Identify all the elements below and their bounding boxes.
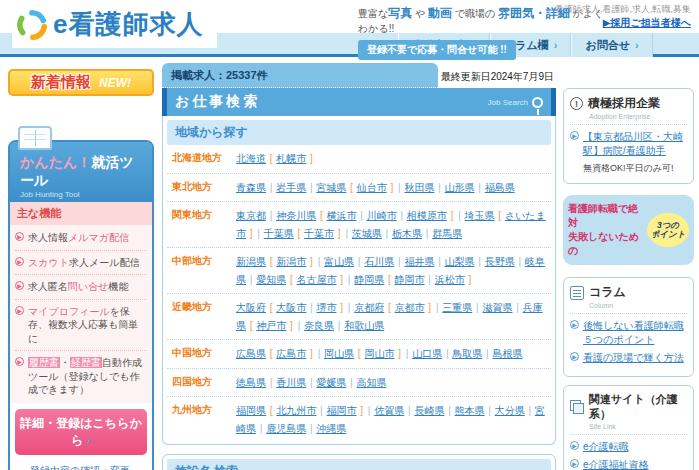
prefecture-link[interactable]: 大阪府 — [236, 302, 266, 313]
prefecture-link[interactable]: 大阪市 — [276, 302, 306, 313]
prefecture-link[interactable]: 鳥取県 — [452, 348, 482, 359]
separator: | — [357, 210, 367, 221]
prefecture-link[interactable]: 島根県 — [492, 348, 522, 359]
prefecture-link[interactable]: 名古屋市 — [297, 274, 337, 285]
prefecture-link[interactable]: 京都市 — [395, 302, 425, 313]
prefecture-link[interactable]: 福岡県 — [236, 405, 266, 416]
site-link[interactable]: ▶e介護転職 — [570, 440, 687, 454]
site-logo[interactable]: e看護師求人 — [12, 4, 217, 48]
prefecture-link[interactable]: 仙台市 — [357, 182, 387, 193]
facility-search-header: 施設名 検索 — [167, 459, 551, 470]
prefecture-link[interactable]: 秋田県 — [404, 182, 434, 193]
prefecture-link[interactable]: 大分県 — [495, 405, 525, 416]
bracket: ] — [425, 302, 435, 313]
prefecture-link[interactable]: 新潟市 — [276, 256, 306, 267]
register-button[interactable]: 詳細・登録はこちらから › — [15, 409, 147, 455]
prefecture-link[interactable]: 鹿児島県 — [266, 423, 306, 434]
prefecture-link[interactable]: 三重県 — [442, 302, 472, 313]
prefecture-link[interactable]: 沖縄県 — [316, 423, 346, 434]
account-link[interactable]: → 登録内容の確認・変更 — [17, 464, 145, 470]
column-link[interactable]: ▶看護の現場で輝く方法 — [570, 351, 687, 365]
prefecture-link[interactable]: 千葉市 — [304, 228, 334, 239]
prefecture-link[interactable]: 岡山県 — [324, 348, 354, 359]
separator: | — [475, 256, 485, 267]
prefecture-link[interactable]: 福井県 — [404, 256, 434, 267]
prefecture-link[interactable]: 石川県 — [364, 256, 394, 267]
prefecture-link[interactable]: 札幌市 — [276, 153, 306, 164]
tool-subtitle: Job Hunting Tool — [20, 190, 144, 199]
feature-item: ▶マイプロフィールを保存、複数求人応募も簡単に — [15, 300, 147, 352]
features-header: 主な機能 — [10, 202, 152, 225]
prefecture-link[interactable]: 東京都 — [236, 210, 266, 221]
prefecture-link[interactable]: 広島県 — [236, 348, 266, 359]
feature-item: ▶スカウト求人メール配信 — [15, 251, 147, 276]
prefecture-link[interactable]: 栃木県 — [392, 228, 422, 239]
prefecture-link[interactable]: 香川県 — [276, 377, 306, 388]
region-label: 四国地方 — [172, 374, 236, 392]
prefecture-link[interactable]: 長野県 — [485, 256, 515, 267]
prefecture-link[interactable]: 千葉県 — [264, 228, 294, 239]
prefecture-link[interactable]: 広島市 — [276, 348, 306, 359]
prefecture-link[interactable]: 茨城県 — [352, 228, 382, 239]
separator: | — [306, 302, 316, 313]
feature-text: 機能 — [108, 281, 128, 292]
separator: | — [306, 182, 316, 193]
prefecture-link[interactable]: 静岡県 — [354, 274, 384, 285]
prefecture-link[interactable]: 佐賀県 — [374, 405, 404, 416]
region-label: 関東地方 — [172, 207, 236, 242]
prefecture-link[interactable]: 青森県 — [236, 182, 266, 193]
prefecture-link[interactable]: 岡山市 — [364, 348, 394, 359]
column-link[interactable]: ▶後悔しない看護師転職５つのポイント — [570, 319, 687, 346]
prefecture-link[interactable]: 京都府 — [354, 302, 384, 313]
prefecture-link[interactable]: 山口県 — [412, 348, 442, 359]
bracket: ] — [306, 348, 316, 359]
prefecture-link[interactable]: 北九州市 — [276, 405, 316, 416]
site-link[interactable]: ▶e介護福祉資格 — [570, 458, 687, 470]
prefecture-link[interactable]: 富山県 — [324, 256, 354, 267]
prefecture-link[interactable]: 川崎市 — [367, 210, 397, 221]
prefecture-link[interactable]: 徳島県 — [236, 377, 266, 388]
separator: | — [256, 228, 263, 239]
prefecture-link[interactable]: 堺市 — [317, 302, 337, 313]
prefecture-link[interactable]: 山形県 — [445, 182, 475, 193]
document-icon — [570, 286, 584, 300]
prefecture-link[interactable]: 相模原市 — [407, 210, 447, 221]
prefecture-link[interactable]: 神戸市 — [256, 320, 286, 331]
prefecture-link[interactable]: 福島県 — [485, 182, 515, 193]
job-search-header: お仕事検索 Job Search — [162, 88, 556, 116]
region-row: 中部地方新潟県 [ 新潟市 ] | 富山県 | 石川県 | 福井県 | 山梨県 … — [167, 248, 551, 294]
site-link-text: e介護福祉資格 — [583, 458, 649, 470]
region-label: 九州地方 — [172, 402, 236, 437]
prefecture-link[interactable]: 神奈川県 — [276, 210, 316, 221]
prefecture-link[interactable]: 静岡市 — [395, 274, 425, 285]
logo-text: e看護師求人 — [53, 7, 203, 42]
prefecture-link[interactable]: 和歌山県 — [344, 320, 384, 331]
prefecture-link[interactable]: 浜松市 — [435, 274, 465, 285]
bracket: ] — [246, 228, 256, 239]
prefecture-link[interactable]: 宮城県 — [316, 182, 346, 193]
column-box: コラム Column ▶後悔しない看護師転職５つのポイント▶看護の現場で輝く方法 — [563, 277, 694, 377]
prefecture-link[interactable]: 横浜市 — [327, 210, 357, 221]
book-icon — [18, 126, 52, 150]
recruiter-link[interactable]: ▶採用ご担当者様へ — [603, 16, 691, 30]
prefecture-link[interactable]: 愛知県 — [256, 274, 286, 285]
prefecture-link[interactable]: 新潟県 — [236, 256, 266, 267]
prefecture-link[interactable]: 岩手県 — [276, 182, 306, 193]
three-points-banner[interactable]: 看護師転職で絶対失敗しないための 3つのポイント — [563, 195, 694, 265]
adoption-job-link[interactable]: ▶【東京都品川区・大崎駅】病院/看護助手 — [570, 130, 687, 157]
prefecture-link[interactable]: 山梨県 — [445, 256, 475, 267]
separator: | — [482, 348, 492, 359]
prefecture-link[interactable]: 埼玉県 — [465, 210, 495, 221]
prefecture-link[interactable]: 長崎県 — [414, 405, 444, 416]
prefecture-link[interactable]: 奈良県 — [304, 320, 334, 331]
prefecture-link[interactable]: 福岡市 — [327, 405, 357, 416]
arrow-bullet-icon: ▶ — [15, 306, 24, 315]
prefecture-link[interactable]: 群馬県 — [432, 228, 462, 239]
new-info-banner[interactable]: 新着情報 NEW! — [8, 69, 154, 96]
feature-text: ・ — [60, 357, 70, 368]
prefecture-link[interactable]: 高知県 — [356, 377, 386, 388]
prefecture-link[interactable]: 滋賀県 — [482, 302, 512, 313]
prefecture-link[interactable]: 熊本県 — [455, 405, 485, 416]
prefecture-link[interactable]: 愛媛県 — [316, 377, 346, 388]
prefecture-link[interactable]: 北海道 — [236, 153, 266, 164]
